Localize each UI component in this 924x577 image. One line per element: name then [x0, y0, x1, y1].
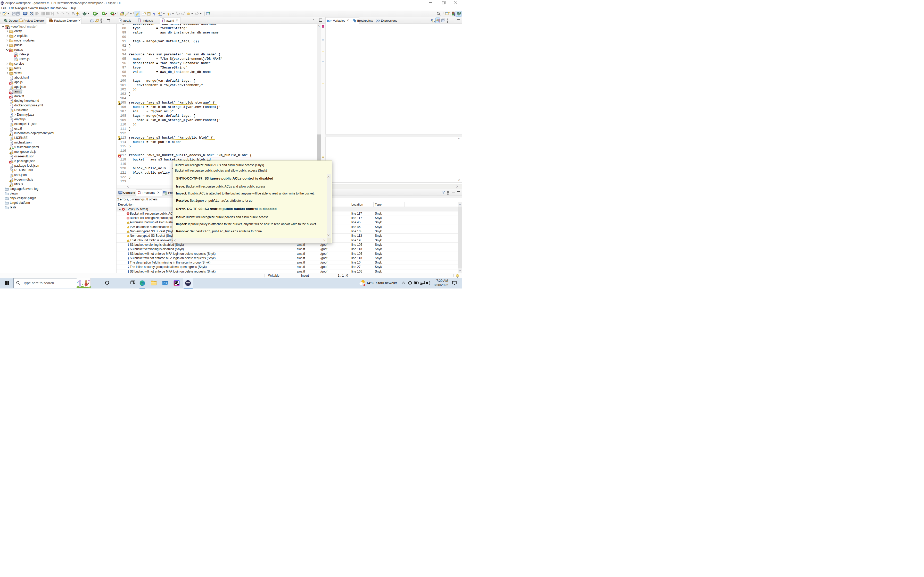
svg-text:¶: ¶: [153, 12, 155, 16]
svg-text:{: {: [10, 127, 11, 130]
svg-text:J: J: [11, 113, 12, 116]
svg-text:x=: x=: [376, 21, 378, 23]
svg-text:{: {: [10, 76, 11, 79]
svg-text:{}: {}: [162, 19, 165, 22]
svg-text:J: J: [454, 11, 455, 14]
svg-text:{: {: [10, 104, 11, 106]
svg-text:{}: {}: [139, 19, 141, 22]
